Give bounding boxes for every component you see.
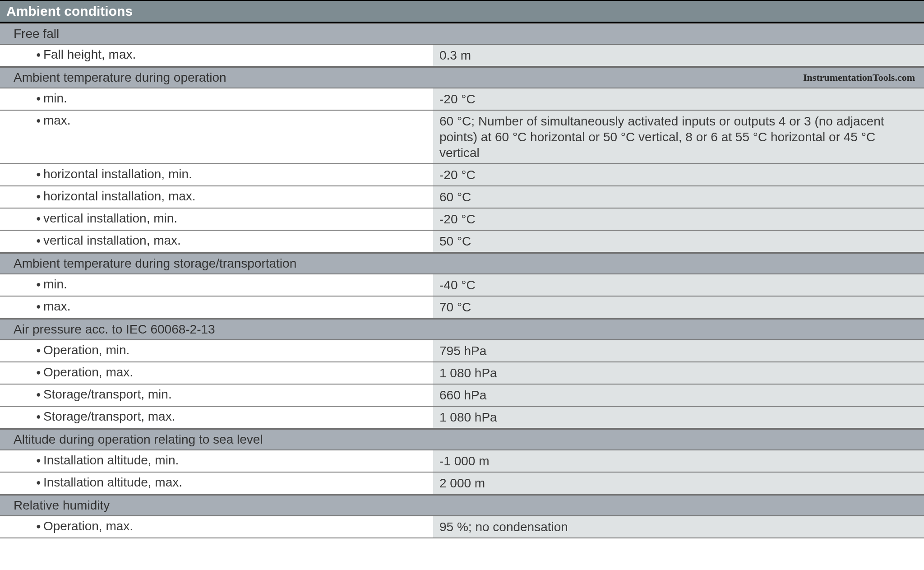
table-row: Fall height, max.0.3 m [0, 45, 924, 67]
category-heading-text: Relative humidity [14, 498, 110, 512]
row-value: 95 %; no condensation [433, 516, 924, 538]
row-value: 60 °C [433, 186, 924, 208]
table-row: Storage/transport, min.660 hPa [0, 385, 924, 407]
row-label: horizontal installation, min. [0, 164, 433, 185]
category-heading-text: Air pressure acc. to IEC 60068-2-13 [14, 322, 215, 336]
row-label: Operation, max. [0, 516, 433, 538]
row-label: Fall height, max. [0, 45, 433, 66]
row-label: Storage/transport, min. [0, 385, 433, 406]
row-label: min. [0, 88, 433, 110]
row-label: vertical installation, max. [0, 231, 433, 252]
category-heading: Relative humidity [0, 495, 924, 516]
row-value: 70 °C [433, 297, 924, 318]
row-label: Operation, max. [0, 362, 433, 384]
row-label: min. [0, 274, 433, 296]
spec-table: Ambient conditions Free fallFall height,… [0, 0, 924, 538]
category-heading: Free fall [0, 23, 924, 45]
table-row: max.70 °C [0, 297, 924, 319]
row-value: -20 °C [433, 88, 924, 110]
table-row: horizontal installation, min.-20 °C [0, 164, 924, 186]
category-heading: Air pressure acc. to IEC 60068-2-13 [0, 319, 924, 340]
category-heading: Ambient temperature during operationInst… [0, 67, 924, 88]
row-value: -40 °C [433, 274, 924, 296]
table-row: Operation, max.1 080 hPa [0, 362, 924, 385]
table-row: vertical installation, min.-20 °C [0, 209, 924, 231]
row-label: max. [0, 111, 433, 163]
table-row: Storage/transport, max.1 080 hPa [0, 407, 924, 429]
row-value: -20 °C [433, 209, 924, 230]
table-row: min.-20 °C [0, 88, 924, 111]
row-value: 60 °C; Number of simultaneously activate… [433, 111, 924, 163]
row-value: 0.3 m [433, 45, 924, 66]
row-label: Installation altitude, min. [0, 450, 433, 472]
row-value: 1 080 hPa [433, 407, 924, 428]
table-row: Operation, max.95 %; no condensation [0, 516, 924, 538]
row-value: 50 °C [433, 231, 924, 252]
row-label: vertical installation, min. [0, 209, 433, 230]
section-title: Ambient conditions [0, 0, 924, 23]
category-heading-text: Ambient temperature during storage/trans… [14, 256, 296, 270]
category-heading-text: Ambient temperature during operation [14, 70, 226, 84]
table-row: horizontal installation, max.60 °C [0, 186, 924, 209]
watermark-text: InstrumentationTools.com [803, 72, 915, 83]
row-label: horizontal installation, max. [0, 186, 433, 208]
table-row: vertical installation, max.50 °C [0, 231, 924, 253]
table-row: Installation altitude, min.-1 000 m [0, 450, 924, 473]
row-label: Storage/transport, max. [0, 407, 433, 428]
category-heading-text: Altitude during operation relating to se… [14, 432, 263, 446]
row-label: Installation altitude, max. [0, 473, 433, 494]
table-row: min.-40 °C [0, 274, 924, 297]
row-value: -20 °C [433, 164, 924, 185]
category-heading-text: Free fall [14, 27, 59, 41]
category-heading: Altitude during operation relating to se… [0, 429, 924, 450]
category-heading: Ambient temperature during storage/trans… [0, 253, 924, 274]
groups-container: Free fallFall height, max.0.3 mAmbient t… [0, 23, 924, 538]
row-value: 2 000 m [433, 473, 924, 494]
table-row: Operation, min.795 hPa [0, 340, 924, 362]
table-row: Installation altitude, max.2 000 m [0, 473, 924, 495]
row-value: 795 hPa [433, 340, 924, 361]
row-label: Operation, min. [0, 340, 433, 361]
row-value: 660 hPa [433, 385, 924, 406]
row-value: -1 000 m [433, 450, 924, 472]
table-row: max.60 °C; Number of simultaneously acti… [0, 111, 924, 164]
row-value: 1 080 hPa [433, 362, 924, 384]
row-label: max. [0, 297, 433, 318]
